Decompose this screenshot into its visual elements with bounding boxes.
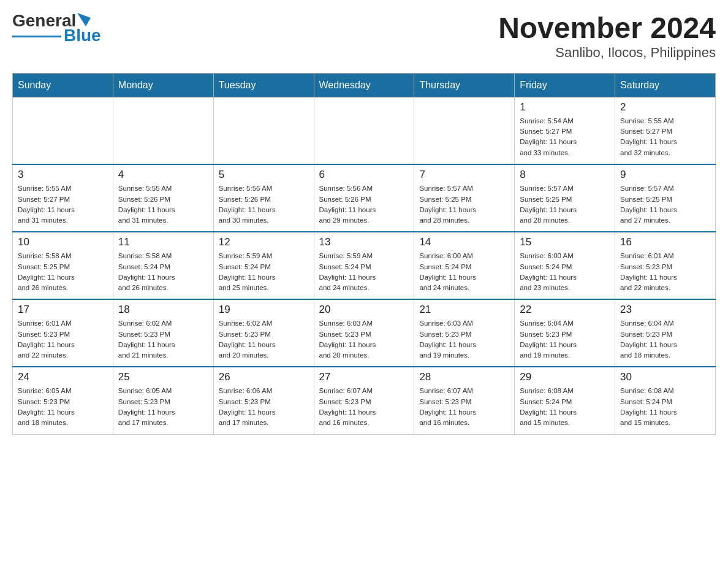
logo-triangle-icon [77, 13, 91, 26]
calendar-cell [13, 97, 113, 164]
day-number: 10 [18, 236, 108, 248]
day-number: 25 [118, 371, 208, 383]
calendar-cell: 16Sunrise: 6:01 AMSunset: 5:23 PMDayligh… [615, 232, 716, 299]
calendar-cell [113, 97, 213, 164]
title-area: November 2024 Sanlibo, Ilocos, Philippin… [498, 12, 716, 61]
location-title: Sanlibo, Ilocos, Philippines [498, 45, 716, 61]
day-number: 21 [419, 304, 509, 316]
calendar-cell: 3Sunrise: 5:55 AMSunset: 5:27 PMDaylight… [13, 164, 113, 232]
week-row-4: 17Sunrise: 6:01 AMSunset: 5:23 PMDayligh… [13, 299, 716, 367]
week-row-1: 1Sunrise: 5:54 AMSunset: 5:27 PMDaylight… [13, 97, 716, 164]
week-row-2: 3Sunrise: 5:55 AMSunset: 5:27 PMDaylight… [13, 164, 716, 232]
day-info: Sunrise: 6:07 AMSunset: 5:23 PMDaylight:… [319, 386, 409, 428]
day-info: Sunrise: 6:04 AMSunset: 5:23 PMDaylight:… [620, 318, 710, 361]
day-number: 3 [18, 169, 108, 181]
day-number: 1 [520, 101, 610, 113]
calendar-cell: 27Sunrise: 6:07 AMSunset: 5:23 PMDayligh… [314, 367, 414, 434]
calendar-cell: 1Sunrise: 5:54 AMSunset: 5:27 PMDaylight… [515, 97, 615, 164]
calendar-cell: 5Sunrise: 5:56 AMSunset: 5:26 PMDaylight… [213, 164, 314, 232]
day-info: Sunrise: 6:08 AMSunset: 5:24 PMDaylight:… [520, 386, 610, 428]
day-info: Sunrise: 6:06 AMSunset: 5:23 PMDaylight:… [219, 386, 309, 428]
day-info: Sunrise: 5:58 AMSunset: 5:25 PMDaylight:… [18, 251, 108, 293]
calendar-cell: 10Sunrise: 5:58 AMSunset: 5:25 PMDayligh… [13, 232, 113, 299]
day-info: Sunrise: 6:00 AMSunset: 5:24 PMDaylight:… [520, 251, 610, 293]
calendar: SundayMondayTuesdayWednesdayThursdayFrid… [12, 73, 716, 435]
calendar-cell: 21Sunrise: 6:03 AMSunset: 5:23 PMDayligh… [414, 299, 515, 367]
calendar-cell: 8Sunrise: 5:57 AMSunset: 5:25 PMDaylight… [515, 164, 615, 232]
day-info: Sunrise: 6:07 AMSunset: 5:23 PMDaylight:… [419, 386, 509, 428]
day-info: Sunrise: 6:02 AMSunset: 5:23 PMDaylight:… [219, 318, 309, 361]
header-friday: Friday [515, 73, 615, 97]
day-number: 11 [118, 236, 208, 248]
day-info: Sunrise: 6:08 AMSunset: 5:24 PMDaylight:… [620, 386, 710, 428]
calendar-cell: 22Sunrise: 6:04 AMSunset: 5:23 PMDayligh… [515, 299, 615, 367]
calendar-cell: 19Sunrise: 6:02 AMSunset: 5:23 PMDayligh… [213, 299, 314, 367]
day-info: Sunrise: 5:57 AMSunset: 5:25 PMDaylight:… [419, 183, 509, 226]
day-info: Sunrise: 5:58 AMSunset: 5:24 PMDaylight:… [118, 251, 208, 293]
calendar-cell [213, 97, 314, 164]
day-info: Sunrise: 6:01 AMSunset: 5:23 PMDaylight:… [18, 318, 108, 361]
day-info: Sunrise: 5:59 AMSunset: 5:24 PMDaylight:… [319, 251, 409, 293]
header-sunday: Sunday [13, 73, 113, 97]
day-number: 16 [620, 236, 710, 248]
day-number: 18 [118, 304, 208, 316]
calendar-cell: 24Sunrise: 6:05 AMSunset: 5:23 PMDayligh… [13, 367, 113, 434]
day-number: 29 [520, 371, 610, 383]
calendar-cell: 11Sunrise: 5:58 AMSunset: 5:24 PMDayligh… [113, 232, 213, 299]
day-number: 17 [18, 304, 108, 316]
day-info: Sunrise: 5:56 AMSunset: 5:26 PMDaylight:… [319, 183, 409, 226]
day-number: 6 [319, 169, 409, 181]
calendar-cell: 15Sunrise: 6:00 AMSunset: 5:24 PMDayligh… [515, 232, 615, 299]
day-number: 15 [520, 236, 610, 248]
header-thursday: Thursday [414, 73, 515, 97]
header-monday: Monday [113, 73, 213, 97]
day-info: Sunrise: 6:00 AMSunset: 5:24 PMDaylight:… [419, 251, 509, 293]
day-info: Sunrise: 6:01 AMSunset: 5:23 PMDaylight:… [620, 251, 710, 293]
calendar-cell: 14Sunrise: 6:00 AMSunset: 5:24 PMDayligh… [414, 232, 515, 299]
day-number: 24 [18, 371, 108, 383]
day-number: 19 [219, 304, 309, 316]
calendar-header-row: SundayMondayTuesdayWednesdayThursdayFrid… [13, 73, 716, 97]
header-wednesday: Wednesday [314, 73, 414, 97]
calendar-cell: 2Sunrise: 5:55 AMSunset: 5:27 PMDaylight… [615, 97, 716, 164]
calendar-cell: 12Sunrise: 5:59 AMSunset: 5:24 PMDayligh… [213, 232, 314, 299]
day-number: 28 [419, 371, 509, 383]
day-info: Sunrise: 5:55 AMSunset: 5:27 PMDaylight:… [18, 183, 108, 226]
calendar-cell: 29Sunrise: 6:08 AMSunset: 5:24 PMDayligh… [515, 367, 615, 434]
day-number: 9 [620, 169, 710, 181]
calendar-cell: 13Sunrise: 5:59 AMSunset: 5:24 PMDayligh… [314, 232, 414, 299]
calendar-cell: 30Sunrise: 6:08 AMSunset: 5:24 PMDayligh… [615, 367, 716, 434]
calendar-cell: 17Sunrise: 6:01 AMSunset: 5:23 PMDayligh… [13, 299, 113, 367]
day-number: 7 [419, 169, 509, 181]
calendar-cell: 28Sunrise: 6:07 AMSunset: 5:23 PMDayligh… [414, 367, 515, 434]
day-number: 23 [620, 304, 710, 316]
day-number: 26 [219, 371, 309, 383]
day-number: 13 [319, 236, 409, 248]
week-row-3: 10Sunrise: 5:58 AMSunset: 5:25 PMDayligh… [13, 232, 716, 299]
day-info: Sunrise: 6:03 AMSunset: 5:23 PMDaylight:… [419, 318, 509, 361]
week-row-5: 24Sunrise: 6:05 AMSunset: 5:23 PMDayligh… [13, 367, 716, 434]
header-saturday: Saturday [615, 73, 716, 97]
day-number: 8 [520, 169, 610, 181]
day-number: 5 [219, 169, 309, 181]
day-info: Sunrise: 5:55 AMSunset: 5:26 PMDaylight:… [118, 183, 208, 226]
header-tuesday: Tuesday [213, 73, 314, 97]
day-info: Sunrise: 6:03 AMSunset: 5:23 PMDaylight:… [319, 318, 409, 361]
calendar-cell [314, 97, 414, 164]
calendar-cell: 26Sunrise: 6:06 AMSunset: 5:23 PMDayligh… [213, 367, 314, 434]
calendar-cell: 4Sunrise: 5:55 AMSunset: 5:26 PMDaylight… [113, 164, 213, 232]
calendar-cell: 23Sunrise: 6:04 AMSunset: 5:23 PMDayligh… [615, 299, 716, 367]
calendar-cell [414, 97, 515, 164]
day-info: Sunrise: 5:55 AMSunset: 5:27 PMDaylight:… [620, 116, 710, 158]
calendar-cell: 18Sunrise: 6:02 AMSunset: 5:23 PMDayligh… [113, 299, 213, 367]
day-info: Sunrise: 6:02 AMSunset: 5:23 PMDaylight:… [118, 318, 208, 361]
day-info: Sunrise: 5:57 AMSunset: 5:25 PMDaylight:… [520, 183, 610, 226]
day-number: 14 [419, 236, 509, 248]
day-info: Sunrise: 6:05 AMSunset: 5:23 PMDaylight:… [118, 386, 208, 428]
calendar-cell: 6Sunrise: 5:56 AMSunset: 5:26 PMDaylight… [314, 164, 414, 232]
day-info: Sunrise: 5:57 AMSunset: 5:25 PMDaylight:… [620, 183, 710, 226]
day-number: 27 [319, 371, 409, 383]
day-number: 20 [319, 304, 409, 316]
day-info: Sunrise: 5:54 AMSunset: 5:27 PMDaylight:… [520, 116, 610, 158]
calendar-cell: 25Sunrise: 6:05 AMSunset: 5:23 PMDayligh… [113, 367, 213, 434]
